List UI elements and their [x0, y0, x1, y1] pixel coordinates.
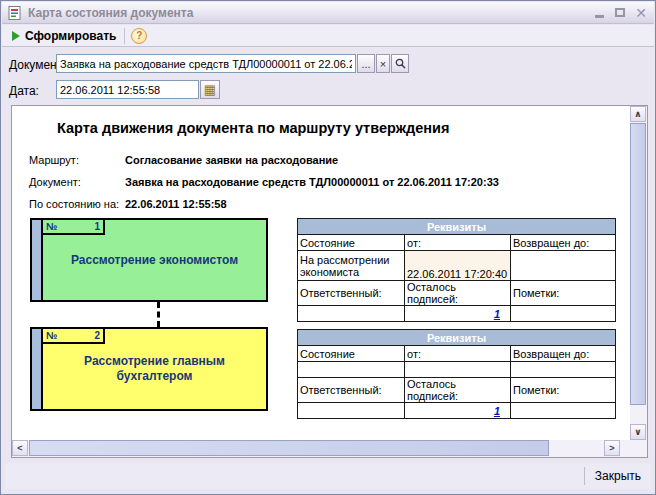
stage-number-box: № 1: [43, 220, 105, 235]
stage-no-label: №: [46, 221, 57, 232]
scrollbar-corner: [620, 440, 647, 457]
returned-value-cell: [511, 362, 616, 378]
maximize-icon: [615, 8, 625, 17]
footer-separator: [584, 467, 585, 485]
notes-value-cell: [511, 306, 616, 322]
footer-bar: Закрыть: [5, 463, 651, 489]
horizontal-scrollbar[interactable]: < >: [12, 440, 620, 457]
from-value-cell: 22.06.2011 17:20:40: [405, 251, 511, 281]
chevron-right-icon: >: [609, 443, 614, 453]
calendar-icon: ▦: [204, 83, 216, 96]
responsible-header-cell: Ответственный:: [298, 281, 405, 306]
stage-number-box: № 2: [43, 329, 105, 344]
route-connector-line: [157, 302, 160, 327]
scroll-up-button[interactable]: ∧: [630, 106, 646, 122]
document-search-button[interactable]: [391, 54, 409, 73]
signatures-value-cell: 1: [405, 403, 511, 419]
signatures-left-link[interactable]: 1: [494, 405, 500, 417]
app-window: Карта состояния документа ✕ Сформировать…: [0, 0, 656, 495]
report-title: Карта движения документа по маршруту утв…: [57, 120, 449, 136]
chevron-left-icon: <: [17, 443, 22, 453]
signatures-value-cell: 1: [405, 306, 511, 322]
responsible-header-cell: Ответственный:: [298, 378, 405, 403]
state-header-cell: Состояние: [298, 235, 405, 251]
report-area: Карта движения документа по маршруту утв…: [12, 106, 630, 440]
toolbar-separator: [124, 28, 125, 44]
scroll-left-button[interactable]: <: [12, 440, 28, 456]
state-value-cell: На рассмотрении экономиста: [298, 251, 405, 281]
returned-header-cell: Возвращен до:: [511, 346, 616, 362]
chevron-down-icon: ∨: [634, 427, 641, 437]
play-icon: [12, 31, 20, 41]
stage-number: 1: [94, 221, 100, 232]
vertical-scroll-thumb[interactable]: [630, 123, 646, 405]
stage-strip: [32, 329, 43, 409]
signatures-header-cell: Осталось подписей:: [405, 378, 511, 403]
stage-strip: [32, 220, 43, 300]
window-controls: ✕: [592, 6, 648, 20]
close-window-button[interactable]: Закрыть: [593, 467, 651, 485]
report-document-label: Документ:: [29, 176, 81, 188]
magnifier-icon: [395, 58, 406, 69]
as-of-label: По состоянию на:: [29, 198, 119, 210]
help-button[interactable]: ?: [131, 28, 147, 44]
close-icon: ✕: [635, 7, 647, 19]
notes-header-cell: Пометки:: [511, 281, 616, 306]
attributes-table-2: Реквизиты Состояние от: Возвращен до: От…: [297, 329, 616, 419]
stage-box-2[interactable]: № 2 Рассмотрение главным бухгалтером: [30, 327, 268, 411]
stage-name: Рассмотрение главным бухгалтером: [43, 354, 266, 384]
date-field-label: Дата:: [9, 84, 39, 98]
notes-header-cell: Пометки:: [511, 378, 616, 403]
generate-button-label: Сформировать: [25, 29, 116, 43]
responsible-value-cell: [298, 306, 405, 322]
date-input[interactable]: [56, 80, 199, 99]
stage-name: Рассмотрение экономистом: [57, 253, 252, 268]
stage-number: 2: [94, 330, 100, 341]
stage-no-label: №: [46, 330, 57, 341]
attributes-table-1: Реквизиты Состояние от: Возвращен до: На…: [297, 218, 616, 322]
state-value-cell: [298, 362, 405, 378]
document-browse-button[interactable]: ...: [357, 54, 375, 73]
minimize-icon: [595, 15, 604, 18]
stage-box-1[interactable]: № 1 Рассмотрение экономистом: [30, 218, 268, 302]
close-button[interactable]: ✕: [634, 6, 648, 20]
signatures-header-cell: Осталось подписей:: [405, 281, 511, 306]
returned-value-cell: [511, 251, 616, 281]
scroll-right-button[interactable]: >: [604, 440, 620, 456]
horizontal-scroll-thumb[interactable]: [29, 440, 549, 456]
from-value-cell: [405, 362, 511, 378]
help-icon: ?: [136, 30, 142, 41]
table-header: Реквизиты: [298, 219, 616, 235]
route-label: Маршрут:: [29, 154, 79, 166]
vertical-scrollbar[interactable]: ∧ ∨: [630, 106, 647, 440]
from-header-cell: от:: [405, 235, 511, 251]
document-clear-button[interactable]: ×: [376, 54, 390, 73]
table-header: Реквизиты: [298, 330, 616, 346]
window-title: Карта состояния документа: [28, 6, 592, 20]
title-bar: Карта состояния документа ✕: [2, 2, 654, 24]
scroll-down-button[interactable]: ∨: [630, 424, 646, 440]
signatures-left-link[interactable]: 1: [494, 308, 500, 320]
toolbar: Сформировать ?: [2, 25, 654, 47]
route-value: Согласование заявки на расходование: [125, 154, 338, 166]
chevron-up-icon: ∧: [634, 109, 641, 119]
report-document-value: Заявка на расходование средств ТДЛ000000…: [125, 176, 499, 188]
minimize-button[interactable]: [592, 6, 606, 20]
as-of-value: 22.06.2011 12:55:58: [125, 198, 227, 210]
maximize-button[interactable]: [613, 6, 627, 20]
document-input[interactable]: [56, 54, 356, 73]
returned-header-cell: Возвращен до:: [511, 235, 616, 251]
date-calendar-button[interactable]: ▦: [200, 80, 220, 99]
report-panel: Карта движения документа по маршруту утв…: [11, 105, 648, 458]
from-header-cell: от:: [405, 346, 511, 362]
state-header-cell: Состояние: [298, 346, 405, 362]
generate-button[interactable]: Сформировать: [8, 26, 120, 46]
notes-value-cell: [511, 403, 616, 419]
responsible-value-cell: [298, 403, 405, 419]
app-icon: [8, 6, 22, 20]
